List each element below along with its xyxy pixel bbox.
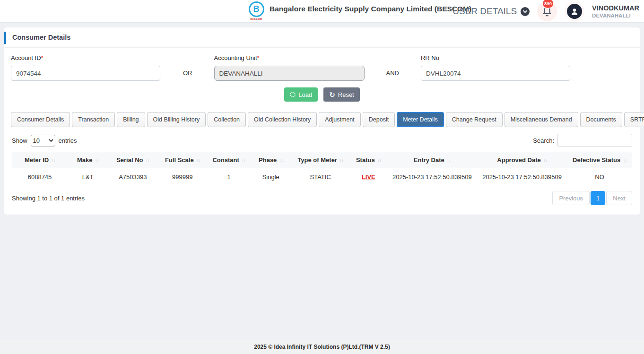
column-header-defective-status[interactable]: Defective Status↑↓: [567, 152, 632, 168]
account-id-input[interactable]: [11, 66, 160, 81]
cell-defective-status: NO: [567, 168, 632, 186]
or-label: OR: [183, 69, 192, 81]
cell-full-scale: 999999: [157, 168, 207, 186]
copyright-text: 2025 © Idea Infinity IT Solutions (P)Ltd…: [254, 344, 390, 350]
tab-transaction[interactable]: Transaction: [72, 112, 115, 127]
tab-list: Consumer DetailsTransactionBillingOld Bi…: [11, 112, 644, 127]
page-size-control: Show 10 entries: [12, 135, 77, 147]
sort-icon: ↑↓: [543, 158, 547, 163]
brand: B BESCOM Bangalore Electricity Supply Co…: [248, 1, 471, 20]
tab-bar: Consumer DetailsTransactionBillingOld Bi…: [11, 112, 633, 127]
sort-icon: ↑↓: [377, 158, 381, 163]
accounting-unit-label: Accounting Unit*: [214, 54, 365, 61]
cell-approved-date: 2025-10-23 17:52:50.839509: [477, 168, 567, 186]
spinner-icon: [290, 92, 296, 97]
search-input[interactable]: [557, 134, 632, 147]
refresh-icon: ↻: [329, 91, 335, 98]
sort-icon: ↑↓: [242, 158, 245, 163]
sort-icon: ↑↓: [51, 158, 55, 163]
notifications-button[interactable]: 899: [537, 1, 557, 21]
entries-label: entries: [59, 137, 77, 144]
user-name: VINODKUMAR: [592, 4, 639, 12]
account-id-label: Account ID*: [11, 54, 160, 61]
meter-details-table: Meter ID↑↓Make↑↓Serial No↑↓Full Scale↑↓C…: [12, 152, 632, 186]
tab-old-collection-history[interactable]: Old Collection History: [248, 112, 317, 127]
and-label: AND: [386, 69, 399, 81]
load-button[interactable]: Load: [284, 87, 318, 102]
cell-meter-id: 6088745: [12, 168, 68, 186]
tab-adjustment[interactable]: Adjustment: [319, 112, 361, 127]
required-mark: *: [257, 54, 260, 61]
lookup-form: Account ID* OR Accounting Unit* AND RR N…: [4, 48, 640, 81]
avatar-icon: [567, 4, 582, 19]
section-accent-bar: [4, 32, 6, 44]
search-label: Search:: [533, 137, 554, 144]
column-header-full-scale[interactable]: Full Scale↑↓: [157, 152, 207, 168]
cell-type-of-meter: STATIC: [291, 168, 350, 186]
status-link[interactable]: LIVE: [362, 173, 375, 181]
cell-status: LIVE: [350, 168, 387, 186]
sort-icon: ↑↓: [623, 158, 627, 163]
column-header-approved-date[interactable]: Approved Date↑↓: [477, 152, 567, 168]
column-header-phase[interactable]: Phase↑↓: [251, 152, 291, 168]
search-control: Search:: [533, 134, 632, 147]
cell-phase: Single: [251, 168, 291, 186]
column-header-constant[interactable]: Constant↑↓: [207, 152, 251, 168]
column-header-make[interactable]: Make↑↓: [68, 152, 108, 168]
rr-no-label: RR No: [421, 54, 570, 61]
required-mark: *: [41, 54, 44, 61]
table-summary: Showing 1 to 1 of 1 entries: [12, 195, 85, 202]
user-details-label: USER DETAILS: [453, 6, 517, 17]
page-size-select[interactable]: 10: [31, 135, 55, 147]
sort-icon: ↑↓: [95, 158, 98, 163]
column-header-serial-no[interactable]: Serial No↑↓: [108, 152, 157, 168]
meter-details-table-wrap: Meter ID↑↓Make↑↓Serial No↑↓Full Scale↑↓C…: [12, 152, 632, 186]
tab-documents[interactable]: Documents: [580, 112, 622, 127]
tab-meter-details[interactable]: Meter Details: [397, 112, 444, 127]
accounting-unit-input[interactable]: [214, 66, 365, 81]
sort-icon: ↑↓: [146, 158, 149, 163]
user-info: VINODKUMAR DEVANAHALLI: [592, 4, 639, 19]
cell-make: L&T: [68, 168, 108, 186]
cell-constant: 1: [207, 168, 251, 186]
cell-entry-date: 2025-10-23 17:52:50.839509: [387, 168, 477, 186]
cell-serial-no: A7503393: [108, 168, 157, 186]
tab-change-request[interactable]: Change Request: [446, 112, 503, 127]
page-title: Consumer Details: [12, 34, 70, 41]
column-header-entry-date[interactable]: Entry Date↑↓: [387, 152, 477, 168]
table-row: 6088745L&TA75033939999991SingleSTATICLIV…: [12, 168, 632, 186]
rr-no-input[interactable]: [421, 66, 570, 81]
pagination: Previous 1 Next: [552, 191, 632, 205]
app-header: B BESCOM Bangalore Electricity Supply Co…: [0, 0, 644, 23]
tab-miscellaneous-demand[interactable]: Miscellaneous Demand: [505, 112, 578, 127]
page-1-button[interactable]: 1: [591, 191, 605, 205]
previous-page-button[interactable]: Previous: [552, 191, 590, 205]
bescom-logo-caption: BESCOM: [251, 17, 262, 20]
column-header-status[interactable]: Status↑↓: [350, 152, 387, 168]
tab-billing[interactable]: Billing: [117, 112, 145, 127]
sort-icon: ↑↓: [339, 158, 343, 163]
next-page-button[interactable]: Next: [606, 191, 632, 205]
column-header-meter-id[interactable]: Meter ID↑↓: [12, 152, 68, 168]
bescom-logo: B BESCOM: [248, 1, 265, 20]
column-header-type-of-meter[interactable]: Type of Meter↑↓: [291, 152, 350, 168]
chevron-down-icon: [521, 7, 530, 16]
tab-srtpv-payment-details[interactable]: SRTPV Payment Details: [624, 112, 644, 127]
app-title: Bangalore Electricity Supply Company Lim…: [270, 5, 471, 13]
show-label: Show: [12, 137, 27, 144]
table-body: 6088745L&TA75033939999991SingleSTATICLIV…: [12, 168, 632, 186]
table-header-row: Meter ID↑↓Make↑↓Serial No↑↓Full Scale↑↓C…: [12, 152, 632, 168]
user-location: DEVANAHALLI: [592, 12, 639, 19]
tab-collection[interactable]: Collection: [208, 112, 246, 127]
reset-button[interactable]: ↻ Reset: [323, 87, 360, 102]
consumer-details-card: Consumer Details Account ID* OR Accounti…: [4, 27, 640, 215]
user-details-dropdown[interactable]: USER DETAILS: [453, 6, 530, 17]
tab-consumer-details[interactable]: Consumer Details: [11, 112, 70, 127]
user-avatar-button[interactable]: [565, 1, 584, 21]
tab-old-billing-history[interactable]: Old Billing History: [147, 112, 206, 127]
tab-deposit[interactable]: Deposit: [363, 112, 395, 127]
sort-icon: ↑↓: [447, 158, 451, 163]
sort-icon: ↑↓: [196, 158, 200, 163]
sort-icon: ↑↓: [279, 158, 283, 163]
page-footer: 2025 © Idea Infinity IT Solutions (P)Ltd…: [0, 340, 644, 354]
